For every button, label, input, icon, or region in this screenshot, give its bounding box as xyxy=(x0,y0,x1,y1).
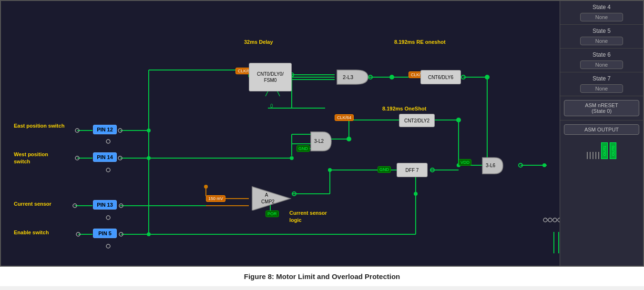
svg-text:CMP2: CMP2 xyxy=(261,199,275,204)
pin13-box[interactable]: PIN 13 xyxy=(93,200,117,210)
svg-text:2-L3: 2-L3 xyxy=(343,74,353,80)
output-lines-area: OUT1 OUT0 xyxy=(560,139,643,163)
svg-point-21 xyxy=(390,75,394,79)
state6-title: State 6 xyxy=(564,51,639,58)
svg-point-81 xyxy=(390,75,394,79)
svg-point-78 xyxy=(106,244,110,248)
out-line-2 xyxy=(590,152,591,159)
state4-title: State 4 xyxy=(564,4,639,10)
oneshot8192re-label: 8.192ms RE oneshot xyxy=(394,39,446,45)
svg-point-38 xyxy=(328,168,332,172)
por-box[interactable]: POR xyxy=(266,210,279,217)
svg-point-86 xyxy=(292,192,296,196)
svg-point-55 xyxy=(543,218,547,222)
svg-point-7 xyxy=(147,156,151,160)
svg-point-68 xyxy=(118,129,122,132)
state5-title: State 5 xyxy=(564,28,639,34)
asm-reset-box[interactable]: ASM nRESET(State 0) xyxy=(560,96,643,120)
gnd2-box[interactable]: GND xyxy=(378,166,391,173)
pin12-box[interactable]: PIN 12 xyxy=(93,125,117,134)
right-panel: State 4 None State 5 None State 6 None S… xyxy=(560,1,643,266)
cnt6-box[interactable]: CNT6/DLY6 xyxy=(420,70,461,84)
svg-point-77 xyxy=(119,232,123,236)
gnd1-box[interactable]: GND xyxy=(296,145,310,152)
svg-point-83 xyxy=(519,163,522,167)
svg-point-62 xyxy=(204,185,208,189)
state5-box[interactable]: State 5 None xyxy=(560,25,643,49)
clk64-3-box[interactable]: CLK/64 xyxy=(335,114,354,121)
current-sensor-label: Current sensor xyxy=(14,201,51,207)
cnt0-box[interactable]: CNT0/DLY0/FSM0 xyxy=(249,63,292,91)
pin14-box[interactable]: PIN 14 xyxy=(93,152,117,162)
delay32ms-label: 32ms Delay xyxy=(244,39,273,45)
east-position-label: East position switch xyxy=(14,122,76,130)
wires-svg xyxy=(1,1,560,266)
svg-point-75 xyxy=(106,216,110,220)
svg-point-69 xyxy=(106,140,110,143)
svg-point-73 xyxy=(73,204,77,208)
svg-point-43 xyxy=(414,192,418,196)
svg-point-71 xyxy=(118,156,122,160)
zero-label: 0 xyxy=(270,103,273,109)
asm-reset-button[interactable]: ASM nRESET(State 0) xyxy=(564,100,639,116)
svg-point-27 xyxy=(542,163,546,167)
state7-value[interactable]: None xyxy=(580,84,623,93)
svg-point-80 xyxy=(457,118,460,122)
current-sensor-logic-label: Current sensorlogic xyxy=(289,210,327,224)
svg-point-12 xyxy=(347,137,351,141)
west-position-label: West positionswitch xyxy=(14,151,76,166)
out-line-1 xyxy=(587,152,588,159)
asm-output-button[interactable]: ASM OUTPUT xyxy=(564,124,639,135)
svg-text:3-L2: 3-L2 xyxy=(314,139,324,144)
out1-label: OUT1 xyxy=(603,146,607,156)
gate-3l6[interactable]: 3-L6 xyxy=(480,155,504,176)
svg-text:3-L6: 3-L6 xyxy=(486,163,495,168)
svg-point-24 xyxy=(485,75,489,79)
enable-switch-label: Enable switch xyxy=(14,230,49,235)
vdd-box[interactable]: VDD xyxy=(459,159,471,166)
svg-point-16 xyxy=(457,118,460,122)
svg-point-79 xyxy=(485,75,489,79)
svg-text:A: A xyxy=(265,192,268,198)
svg-point-67 xyxy=(75,129,79,132)
out-line-5 xyxy=(598,152,599,159)
gate-3l2[interactable]: 3-L2 xyxy=(308,130,332,153)
out-line-3 xyxy=(593,152,593,159)
svg-point-10 xyxy=(290,156,294,160)
svg-point-85 xyxy=(430,168,434,172)
oneshot8192-label: 8.192ms OneShot xyxy=(382,106,426,111)
state7-box[interactable]: State 7 None xyxy=(560,72,643,96)
cmp2-shape[interactable]: A CMP2 xyxy=(250,184,293,210)
state5-value[interactable]: None xyxy=(580,37,623,45)
state7-title: State 7 xyxy=(564,75,639,82)
svg-point-82 xyxy=(347,137,351,141)
dff7-box[interactable]: DFF 7 xyxy=(397,163,428,177)
svg-point-87 xyxy=(461,75,465,79)
svg-point-57 xyxy=(553,218,557,222)
svg-point-72 xyxy=(106,168,110,172)
svg-marker-99 xyxy=(252,187,290,210)
pin5-box[interactable]: PIN 5 xyxy=(93,229,117,238)
state4-value[interactable]: None xyxy=(580,13,623,21)
state4-box[interactable]: State 4 None xyxy=(560,1,643,25)
out0-box: OUT0 xyxy=(610,142,616,159)
outer-container: East position switch PIN 12 West positio… xyxy=(0,0,644,286)
mv150-box[interactable]: 150 mV xyxy=(206,195,225,202)
out1-box: OUT1 xyxy=(601,142,608,159)
gate-2l3[interactable]: 2-L3 xyxy=(335,68,373,87)
svg-point-70 xyxy=(75,156,79,160)
state6-box[interactable]: State 6 None xyxy=(560,49,643,72)
state6-value[interactable]: None xyxy=(580,60,623,69)
svg-point-56 xyxy=(548,218,552,222)
svg-point-47 xyxy=(147,232,151,236)
diagram-area: East position switch PIN 12 West positio… xyxy=(0,0,644,267)
asm-output-box[interactable]: ASM OUTPUT xyxy=(560,120,643,139)
out0-label: OUT0 xyxy=(611,146,615,156)
cnt2-box[interactable]: CNT2/DLY2 xyxy=(399,114,435,127)
out-line-4 xyxy=(595,152,596,159)
svg-point-2 xyxy=(147,129,151,132)
svg-point-76 xyxy=(76,232,80,236)
figure-caption: Figure 8: Motor Limit and Overload Prote… xyxy=(0,267,644,286)
svg-point-74 xyxy=(119,204,123,208)
